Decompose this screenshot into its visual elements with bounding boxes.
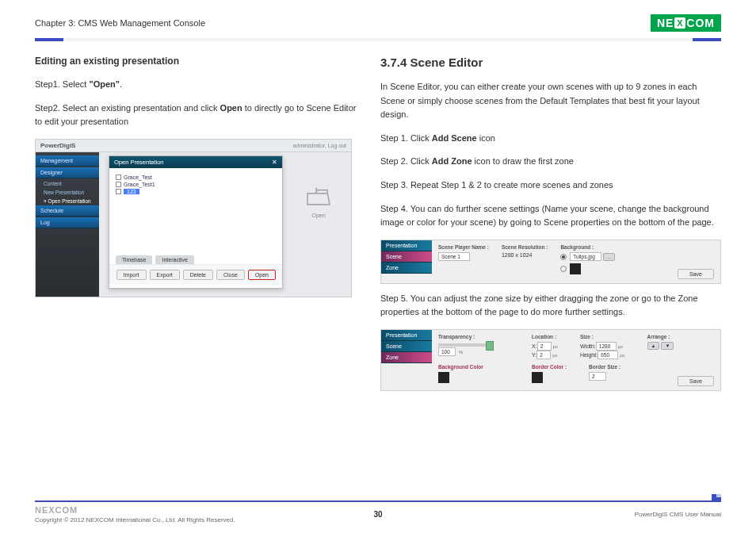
size-w-input[interactable]: 1280 xyxy=(596,342,617,351)
close-button[interactable]: Close xyxy=(216,270,245,280)
sidebar-sub-open-presentation[interactable]: » Open Presentation xyxy=(36,197,99,205)
zone-properties-panel: Presentation Scene Zone Transparency : 1… xyxy=(380,329,721,391)
size-label: Size : xyxy=(580,334,625,339)
open-button[interactable]: Open xyxy=(248,270,276,280)
checkbox-icon[interactable] xyxy=(116,182,121,187)
file-row[interactable]: Grace_Test1 xyxy=(116,182,276,187)
bg-label: Background : xyxy=(560,244,615,250)
panel-tab-zone[interactable]: Zone xyxy=(381,263,432,274)
page-number: 30 xyxy=(373,510,382,519)
bgcolor-label: Background Color xyxy=(438,364,510,370)
folder-open-icon xyxy=(305,186,332,208)
transparency-slider[interactable] xyxy=(438,343,494,347)
panel-tab-zone[interactable]: Zone xyxy=(381,352,432,363)
scene-editor-heading: 3.7.4 Scene Editor xyxy=(380,56,721,69)
step2-right: Step 2. Click Add Zone icon to draw the … xyxy=(380,155,721,169)
step1-right: Step 1. Click Add Scene icon xyxy=(380,132,721,146)
chapter-title: Chapter 3: CMS Web Management Console xyxy=(35,18,205,28)
scene-name-input[interactable]: Scene 1 xyxy=(438,252,470,261)
scene-properties-panel: Presentation Scene Zone Scene Player Nam… xyxy=(380,240,721,284)
logo-right: COM xyxy=(686,17,715,29)
arrange-up-button[interactable]: ▲ xyxy=(647,342,660,350)
tab-timebase[interactable]: Timebase xyxy=(116,255,152,264)
size-h-input[interactable]: 650 xyxy=(598,351,618,359)
bordersize-input[interactable]: 2 xyxy=(589,372,606,381)
edit-existing-heading: Editing an existing presentation xyxy=(35,56,358,67)
nexcom-logo: NE X COM xyxy=(651,14,721,32)
tab-interactive[interactable]: Interactive xyxy=(155,255,193,264)
location-label: Location : xyxy=(532,334,558,339)
step2-text: Step2. Select an existing presentation a… xyxy=(35,102,358,129)
transparency-label: Transparency : xyxy=(438,334,510,339)
sidebar-item-management[interactable]: Management xyxy=(36,155,99,167)
user-logout[interactable]: administrator, Log out xyxy=(293,143,346,148)
bordercolor-swatch[interactable] xyxy=(532,372,543,383)
checkbox-icon[interactable] xyxy=(116,174,121,180)
step3-right: Step 3. Repeat Step 1 & 2 to create more… xyxy=(380,178,721,193)
scene-res-value: 1280 x 1024 xyxy=(502,252,533,258)
bordersize-label: Border Size : xyxy=(589,364,620,370)
bg-radio-color[interactable] xyxy=(560,266,567,272)
page-footer: NEXCOM Copyright © 2012 NEXCOM Internati… xyxy=(35,500,721,523)
scene-name-label: Scene Player Name : xyxy=(438,244,489,250)
sidebar-item-schedule[interactable]: Schedule xyxy=(36,205,99,217)
copyright-text: Copyright © 2012 NEXCOM International Co… xyxy=(35,516,235,523)
save-button[interactable]: Save xyxy=(678,376,714,386)
bgcolor-swatch[interactable] xyxy=(438,372,449,383)
file-row-selected[interactable]: 123 xyxy=(116,189,276,194)
export-button[interactable]: Export xyxy=(150,270,180,280)
open-presentation-dialog: Open Presentation ✕ Grace_Test Grace_Tes… xyxy=(109,155,283,289)
loc-x-input[interactable]: 2 xyxy=(537,342,552,351)
save-button[interactable]: Save xyxy=(678,269,714,279)
import-button[interactable]: Import xyxy=(116,270,147,280)
delete-button[interactable]: Delete xyxy=(183,270,213,280)
panel-tab-scene[interactable]: Scene xyxy=(381,341,432,352)
open-presentation-screenshot: PowerDigiS administrator, Log out Manage… xyxy=(35,139,352,297)
bg-file-input[interactable]: Tulips.jpg xyxy=(570,252,601,261)
dialog-close-icon[interactable]: ✕ xyxy=(272,159,277,166)
dialog-title: Open Presentation xyxy=(114,159,164,166)
scene-editor-intro: In Scene Editor, you can either create y… xyxy=(380,80,721,122)
logo-x: X xyxy=(674,17,685,29)
header-rule xyxy=(35,38,721,41)
sidebar-item-log[interactable]: Log xyxy=(36,217,99,228)
step1-text: Step1. Select "Open". xyxy=(35,78,358,92)
sidebar-sub-new-presentation[interactable]: New Presentation xyxy=(36,188,99,197)
panel-tab-presentation[interactable]: Presentation xyxy=(381,330,432,341)
manual-title: PowerDigiS CMS User Manual xyxy=(635,511,721,518)
step5-right: Step 5. You can adjust the zone size by … xyxy=(380,292,721,320)
bg-browse-button[interactable]: ... xyxy=(603,253,615,261)
transparency-input[interactable]: 100 xyxy=(438,347,456,356)
file-row[interactable]: Grace_Test xyxy=(116,174,276,180)
footer-logo: NEXCOM xyxy=(35,505,235,515)
open-shortcut[interactable]: Open xyxy=(300,186,337,218)
bg-color-swatch[interactable] xyxy=(570,263,581,274)
step4-right: Step 4. You can do further scene setting… xyxy=(380,202,721,230)
loc-y-input[interactable]: 2 xyxy=(536,351,551,359)
arrange-down-button[interactable]: ▼ xyxy=(661,342,674,350)
panel-tab-presentation[interactable]: Presentation xyxy=(381,240,432,251)
logo-left: NE xyxy=(657,17,674,29)
checkbox-icon[interactable] xyxy=(116,189,121,194)
sidebar-item-designer[interactable]: Designer xyxy=(36,167,99,178)
bg-radio-image[interactable] xyxy=(560,254,567,260)
arrange-label: Arrange : xyxy=(647,334,674,339)
app-brand: PowerDigiS xyxy=(40,142,75,149)
sidebar: Management Designer Content New Presenta… xyxy=(36,152,99,297)
sidebar-sub-content[interactable]: Content xyxy=(36,179,99,188)
scene-res-label: Scene Resolution : xyxy=(502,244,548,250)
open-label: Open xyxy=(300,213,337,218)
panel-tab-scene[interactable]: Scene xyxy=(381,251,432,263)
bordercolor-label: Border Color : xyxy=(532,364,567,370)
